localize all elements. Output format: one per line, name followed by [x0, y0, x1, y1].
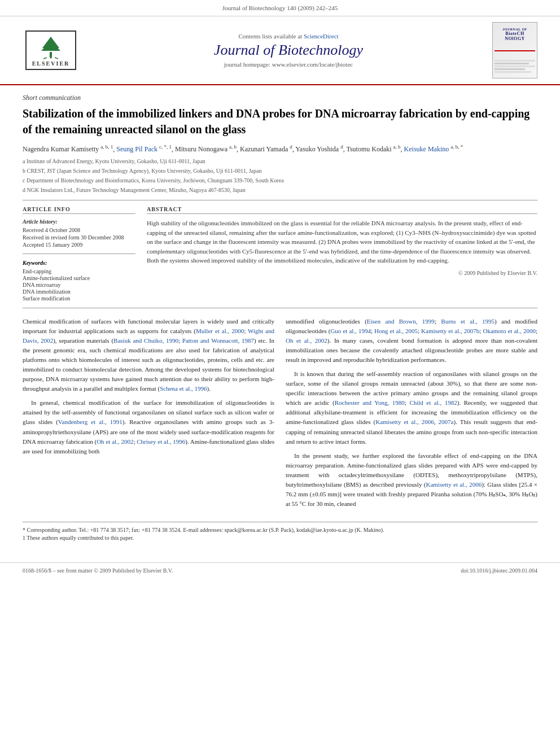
ref-child: Child et al., 1982 [409, 399, 457, 406]
abstract-text: High stability of the oligonucleotides i… [147, 219, 537, 265]
ref-rochester: Rochester and Yong, 1980 [335, 399, 405, 406]
body-para-2: In general, chemical modification of the… [23, 398, 274, 456]
body-col-2: unmodified oligonucleotides (Eisen and B… [286, 317, 537, 513]
equal-contribution-footnote: 1 These authors equally contributed to t… [23, 535, 537, 541]
footnotes-section: * Corresponding author. Tel.: +81 774 38… [23, 522, 537, 541]
affiliations: a Institute of Advanced Energy, Kyoto Un… [23, 157, 537, 194]
ref-eisen: Eisen and Brown, 1999 [367, 318, 435, 325]
ref-kamisetty2006b: Kamisetty et al., 2006 [426, 481, 482, 488]
elsevier-wordmark: ELSEVIER [32, 60, 70, 67]
biotech-logo-text: JOURNAL OF BioteCH NOlOGY [502, 28, 527, 41]
footer-issn: 0168-1656/$ – see front matter © 2009 Pu… [23, 567, 173, 574]
ref-patton: Patton and Wonnacott, 1987 [182, 337, 254, 344]
ref-chrisey: Chrisey et al., 1996 [137, 438, 185, 445]
ref-kamisetty2007b: Kamisetty et al., 2007b [421, 327, 479, 334]
affiliation-b: b CREST, JST (Japan Science and Technolo… [23, 167, 537, 175]
ref-vandenberg: Vandenberg et al., 1991 [58, 418, 123, 425]
author-pack: Seung Pil Pack [116, 145, 158, 153]
article-title: Stabilization of the immobilized linkers… [23, 106, 537, 137]
ref-burns: Burns et al., 1995 [441, 318, 495, 325]
biotech-line-1 [495, 60, 535, 62]
corresponding-footnote: * Corresponding author. Tel.: +81 774 38… [23, 527, 537, 533]
body-para-3: unmodified oligonucleotides (Eisen and B… [286, 317, 537, 365]
keyword-1: End-capping [23, 268, 135, 274]
keyword-3: DNA microarray [23, 282, 135, 288]
biotech-line-2 [495, 63, 529, 64]
ref-schena: Schena et al., 1996 [160, 385, 207, 392]
svg-line-5 [55, 58, 58, 59]
body-para-4: It is known that during the self-assembl… [286, 369, 537, 446]
biotech-line-3 [495, 65, 535, 67]
received-date: Received 4 October 2008 [23, 227, 135, 233]
abstract-header: ABSTRACT [147, 206, 537, 214]
keywords-list: End-capping Amine-functionalized surface… [23, 268, 135, 302]
authors-line: Nagendra Kumar Kamisetty a, b, 1, Seung … [23, 144, 537, 154]
section-divider-1 [23, 200, 537, 200]
footer-doi: doi:10.1016/j.jbiotec.2009.01.004 [461, 567, 537, 574]
body-para-5: In the present study, we further explore… [286, 451, 537, 509]
biotech-line-5 [495, 71, 531, 73]
article-info-header: ARTICLE INFO [23, 206, 135, 214]
elsevier-logo-box: ELSEVIER [25, 30, 76, 70]
biotech-logo: JOURNAL OF BioteCH NOlOGY [492, 22, 543, 78]
biotech-logo-lines [495, 60, 535, 73]
article-info-col: ARTICLE INFO Article history: Received 4… [23, 206, 135, 302]
journal-title-block: Contents lists available at ScienceDirec… [85, 33, 492, 68]
affiliation-d: d NGK Insulators Ltd., Future Technology… [23, 186, 537, 194]
ref-guo: Guo et al., 1994 [330, 327, 370, 334]
keyword-5: Surface modification [23, 295, 135, 302]
biotech-logo-rule [495, 50, 535, 51]
affiliation-c: c Department of Biotechnology and Bioinf… [23, 176, 537, 185]
body-para-1: Chemical modification of surfaces with f… [23, 317, 274, 394]
section-divider-2 [23, 308, 537, 308]
ref-muller: Muller et al., 2000 [196, 327, 244, 334]
page: Journal of Biotechnology 140 (2009) 242–… [0, 0, 560, 578]
ref-kamisetty2006: Kamisetty et al., 2006 [375, 418, 434, 425]
ref-okamoto: Okamoto et al., 2000 [483, 327, 535, 334]
copyright-notice: © 2009 Published by Elsevier B.V. [147, 270, 537, 276]
page-footer: 0168-1656/$ – see front matter © 2009 Pu… [0, 562, 560, 578]
ref-oh2002: Oh et al., 2002 [97, 438, 133, 445]
svg-rect-0 [50, 52, 52, 58]
journal-homepage: journal homepage: www.elsevier.com/locat… [85, 61, 492, 68]
biotech-logo-box: JOURNAL OF BioteCH NOlOGY [492, 22, 537, 78]
keyword-2: Amine-functionalized surface [23, 275, 135, 281]
elsevier-tree-icon [37, 34, 65, 59]
article-type: Short communication [23, 94, 537, 102]
ref-kamisetty2007a: 2007a [439, 418, 454, 425]
journal-name: Journal of Biotechnology [85, 42, 492, 59]
elsevier-logo: ELSEVIER [17, 30, 85, 70]
journal-header-bar: ELSEVIER Contents lists available at Sci… [0, 16, 560, 85]
keywords-divider [23, 254, 135, 254]
ref-basiuk: Basiuk and Chuiko, 1990 [113, 337, 178, 344]
ref-oh2002b: Oh et al., 2002 [286, 337, 327, 344]
keywords-label: Keywords: [23, 260, 135, 266]
biotech-line-4 [495, 68, 525, 70]
affiliation-a: a Institute of Advanced Energy, Kyoto Un… [23, 157, 537, 165]
accepted-date: Accepted 15 January 2009 [23, 242, 135, 248]
sciencedirect-banner: Contents lists available at ScienceDirec… [85, 33, 492, 40]
body-text-section: Chemical modification of surfaces with f… [23, 317, 537, 513]
article-info-abstract-section: ARTICLE INFO Article history: Received 4… [23, 206, 537, 302]
main-content: Short communication Stabilization of the… [0, 85, 560, 551]
abstract-col: ABSTRACT High stability of the oligonucl… [147, 206, 537, 302]
sciencedirect-link[interactable]: ScienceDirect [304, 33, 339, 40]
revised-date: Received in revised form 30 December 200… [23, 234, 135, 241]
svg-line-3 [43, 58, 47, 59]
journal-citation-bar: Journal of Biotechnology 140 (2009) 242–… [0, 0, 560, 16]
article-history-label: Article history: [23, 219, 135, 225]
keyword-4: DNA immobilization [23, 289, 135, 295]
citation-text: Journal of Biotechnology 140 (2009) 242–… [222, 5, 338, 11]
author-makino: Keisuke Makino [404, 145, 449, 153]
body-col-1: Chemical modification of surfaces with f… [23, 317, 274, 513]
ref-hong: Hong et al., 2005 [374, 327, 418, 334]
